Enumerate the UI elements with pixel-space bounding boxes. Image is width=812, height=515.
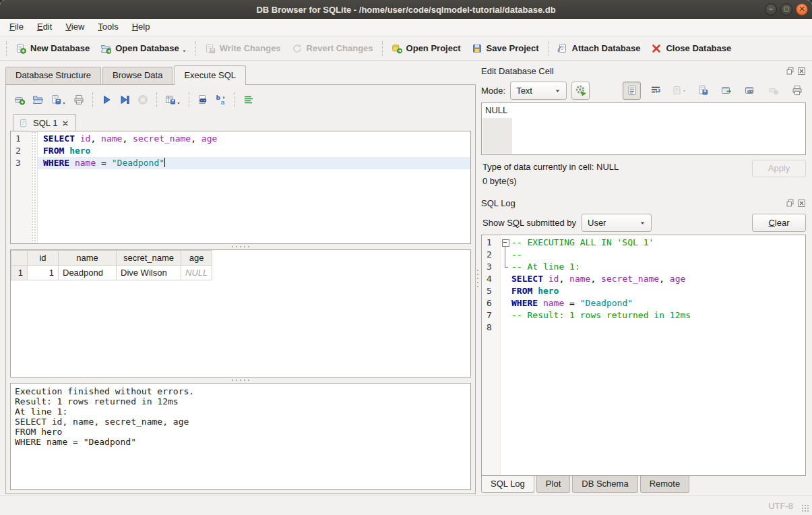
set-null-button[interactable] — [764, 82, 782, 100]
left-pane: Database StructureBrowse DataExecute SQL… — [0, 61, 476, 495]
log-filter-combobox[interactable]: User — [582, 214, 652, 232]
menu-edit[interactable]: Edit — [30, 19, 59, 36]
set-null-icon — [768, 85, 779, 96]
close-dock-icon[interactable] — [797, 67, 806, 75]
log-line: -- EXECUTING ALL IN 'SQL 1' — [501, 237, 805, 249]
table-cell[interactable]: Dive Wilson — [117, 266, 181, 280]
print-cell-button[interactable] — [788, 82, 806, 100]
table-cell[interactable]: Deadpond — [59, 266, 117, 280]
replace-button[interactable]: ba — [213, 92, 229, 108]
print-button[interactable] — [71, 92, 87, 108]
tab-database-structure[interactable]: Database Structure — [5, 67, 101, 84]
find-button[interactable] — [195, 92, 211, 108]
close-database-button[interactable]: Close Database — [646, 40, 737, 57]
menu-view[interactable]: View — [59, 19, 91, 36]
menu-help[interactable]: Help — [125, 19, 157, 36]
close-dock-icon[interactable] — [797, 199, 806, 208]
results-message-splitter[interactable] — [10, 377, 471, 383]
save-sql-button[interactable] — [48, 92, 69, 108]
cell-info-area: Type of data currently in cell: NULL 0 b… — [481, 155, 806, 194]
title-bar[interactable]: DB Browser for SQLite - /home/user/code/… — [0, 0, 812, 19]
tab-close-icon — [62, 120, 69, 127]
export-button[interactable] — [693, 82, 712, 100]
sql-document-tab[interactable]: SQL 1 — [13, 114, 76, 131]
line-number: 1 — [15, 133, 31, 145]
float-dock-icon[interactable] — [786, 67, 794, 75]
close-tab-icon[interactable] — [62, 120, 69, 127]
editor-code[interactable]: SELECT id, name, secret_name, ageFROM he… — [38, 131, 470, 243]
print-cell-icon — [792, 85, 803, 96]
dock-tab-remote[interactable]: Remote — [640, 476, 690, 493]
dock-tab-sql-log[interactable]: SQL Log — [481, 476, 534, 493]
fold-marker-icon[interactable] — [501, 237, 511, 249]
open-external-icon — [721, 85, 732, 96]
mode-combobox[interactable]: Text — [510, 82, 567, 100]
code-token: name — [101, 133, 122, 144]
maximize-button[interactable]: □ — [780, 3, 792, 16]
mode-label: Mode: — [481, 86, 505, 96]
menu-tools[interactable]: Tools — [91, 19, 125, 36]
export-results-button[interactable] — [162, 92, 183, 108]
column-header-id[interactable]: id — [28, 251, 59, 266]
link-button[interactable] — [741, 82, 759, 100]
attach-database-button[interactable]: Attach Database — [552, 40, 646, 57]
execute-sql-pane: ba SQL 1 123 SELECT id, name, secret_nam… — [5, 84, 476, 494]
table-cell[interactable]: NULL — [181, 266, 212, 280]
float-dock-icon[interactable] — [786, 199, 794, 208]
run-button[interactable] — [98, 92, 115, 108]
line-number: 8 — [487, 322, 500, 334]
dock-tab-db-schema[interactable]: DB Schema — [572, 476, 637, 493]
editor-results-splitter[interactable] — [10, 244, 471, 249]
import-button[interactable] — [670, 82, 688, 100]
open-external-button[interactable] — [717, 82, 735, 100]
editor-fold-margin — [31, 131, 38, 243]
app-window: DB Browser for SQLite - /home/user/code/… — [0, 0, 812, 515]
open-database-button[interactable]: Open Database — [95, 40, 192, 57]
fold-margin — [501, 322, 511, 334]
open-sql-button[interactable] — [30, 92, 46, 108]
text-mode-button[interactable] — [623, 82, 641, 100]
tab-execute-sql[interactable]: Execute SQL — [174, 65, 246, 85]
find-icon — [197, 94, 208, 105]
toolbar-button-label: Close Database — [666, 43, 731, 53]
revert-changes-button[interactable]: Revert Changes — [286, 40, 379, 57]
word-wrap-button[interactable] — [646, 82, 664, 100]
code-token: age — [670, 274, 685, 284]
cell-value-editor[interactable]: NULL — [481, 102, 806, 155]
sql-editor[interactable]: 123 SELECT id, name, secret_name, ageFRO… — [10, 131, 471, 244]
results-grid[interactable]: idnamesecret_nameage11DeadpondDive Wilso… — [10, 249, 471, 377]
run-line-button[interactable] — [117, 92, 133, 108]
log-text: -- — [511, 249, 522, 261]
apply-button[interactable]: Apply — [752, 160, 806, 177]
revert-changes-icon — [292, 43, 303, 54]
auto-apply-button[interactable] — [571, 82, 590, 100]
format-button[interactable] — [241, 92, 257, 108]
new-database-button[interactable]: New Database — [10, 40, 95, 57]
row-header[interactable]: 1 — [11, 266, 28, 280]
clear-log-button[interactable]: Clear — [752, 214, 806, 232]
write-changes-button[interactable]: Write Changes — [199, 40, 286, 57]
column-header-secret_name[interactable]: secret_name — [117, 251, 181, 266]
menu-file[interactable]: File — [3, 19, 30, 36]
code-token: -- Result: 1 rows returned in 12ms — [511, 310, 691, 320]
tab-browse-data[interactable]: Browse Data — [102, 67, 173, 84]
minimize-button[interactable]: − — [765, 3, 777, 16]
open-project-button[interactable]: Open Project — [386, 40, 466, 57]
code-token: hero — [69, 146, 90, 156]
code-token: secret_name — [601, 274, 659, 284]
code-token: hero — [538, 286, 559, 296]
column-header-age[interactable]: age — [181, 251, 212, 266]
save-project-button[interactable]: Save Project — [466, 40, 544, 57]
stop-button[interactable] — [135, 92, 151, 108]
dock-tab-plot[interactable]: Plot — [536, 476, 570, 493]
execution-message-box[interactable]: Execution finished without errors. Resul… — [10, 383, 471, 490]
new-tab-button[interactable] — [11, 92, 28, 108]
close-button[interactable]: ✕ — [796, 3, 808, 16]
code-token: age — [201, 133, 217, 144]
resize-grip-icon[interactable] — [801, 504, 810, 513]
table-cell[interactable]: 1 — [28, 266, 59, 280]
caret-icon — [555, 88, 561, 94]
line-number: 5 — [487, 285, 500, 297]
column-header-name[interactable]: name — [59, 251, 117, 266]
sql-log-view[interactable]: 12345678 -- EXECUTING ALL IN 'SQL 1'----… — [481, 235, 806, 476]
